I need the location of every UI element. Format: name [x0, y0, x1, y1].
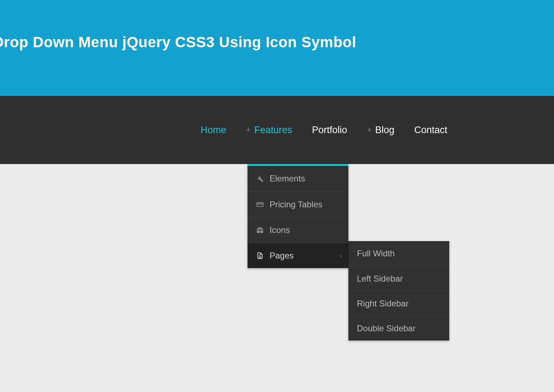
- submenu-pages: Full Width Left Sidebar Right Sidebar Do…: [348, 241, 449, 341]
- nav-label: Blog: [375, 125, 394, 136]
- dropdown-label: Pages: [270, 251, 294, 261]
- submenu-label: Full Width: [357, 249, 395, 258]
- submenu-item-full-width[interactable]: Full Width: [348, 241, 449, 266]
- submenu-label: Right Sidebar: [357, 299, 408, 309]
- navbar: Home + Features Portfolio + Blog Contact: [0, 96, 554, 164]
- nav-list: Home + Features Portfolio + Blog Contact: [0, 96, 554, 164]
- dropdown-label: Pricing Tables: [270, 200, 322, 209]
- nav-label: Home: [201, 125, 226, 136]
- plus-icon: +: [367, 125, 372, 135]
- nav-item-contact[interactable]: Contact: [414, 125, 447, 136]
- dropdown-label: Elements: [270, 174, 305, 184]
- nav-label: Portfolio: [312, 125, 347, 136]
- nav-label: Contact: [414, 125, 447, 136]
- nav-label: Features: [254, 125, 292, 136]
- submenu-label: Double Sidebar: [357, 323, 416, 333]
- chevron-right-icon: ›: [340, 252, 342, 259]
- nav-item-features[interactable]: + Features: [246, 125, 292, 136]
- dropdown-item-icons[interactable]: Icons: [248, 217, 348, 243]
- nav-item-portfolio[interactable]: Portfolio: [312, 125, 347, 136]
- submenu-item-right-sidebar[interactable]: Right Sidebar: [348, 291, 449, 316]
- dropdown-item-elements[interactable]: Elements: [248, 166, 348, 191]
- submenu-item-double-sidebar[interactable]: Double Sidebar: [348, 316, 449, 341]
- submenu-item-left-sidebar[interactable]: Left Sidebar: [348, 266, 449, 291]
- wrench-icon: [255, 174, 265, 183]
- dropdown-label: Icons: [270, 225, 290, 235]
- submenu-label: Left Sidebar: [357, 274, 403, 284]
- plus-icon: +: [246, 125, 251, 135]
- gift-icon: [255, 225, 265, 235]
- card-icon: [255, 200, 265, 209]
- hero-banner: Drop Down Menu jQuery CSS3 Using Icon Sy…: [0, 0, 554, 96]
- dropdown-item-pages[interactable]: Pages ›: [248, 243, 348, 268]
- dropdown-features: Elements Pricing Tables Icons Pages ›: [248, 164, 348, 268]
- dropdown-item-pricing-tables[interactable]: Pricing Tables: [248, 191, 348, 217]
- nav-item-blog[interactable]: + Blog: [367, 125, 395, 136]
- page-title: Drop Down Menu jQuery CSS3 Using Icon Sy…: [0, 34, 356, 51]
- document-icon: [255, 251, 265, 260]
- nav-item-home[interactable]: Home: [201, 125, 226, 136]
